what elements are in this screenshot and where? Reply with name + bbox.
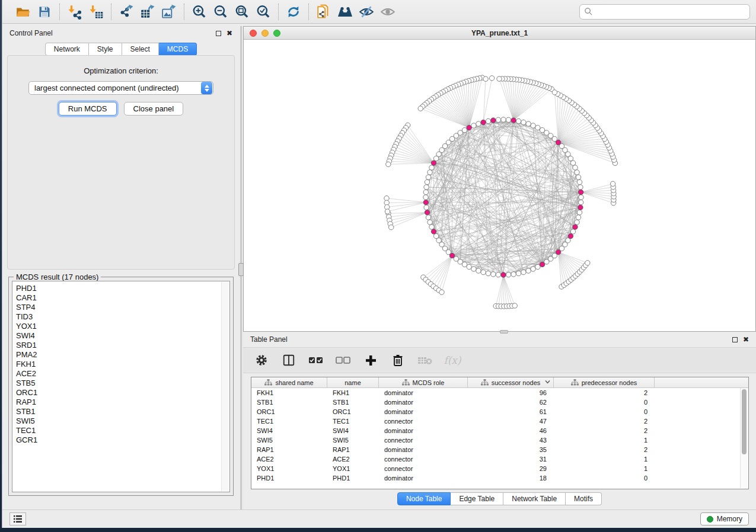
mcds-result-item[interactable]: STB1: [16, 407, 229, 416]
table-cell[interactable]: SWI5: [327, 435, 379, 445]
zoom-selected-button[interactable]: [254, 3, 272, 21]
table-cell[interactable]: 2: [554, 388, 655, 398]
mcds-list-scrollbar[interactable]: [221, 282, 229, 491]
deselect-all-button[interactable]: [336, 352, 351, 368]
table-scrollbar[interactable]: [740, 388, 748, 488]
mcds-result-item[interactable]: SRD1: [16, 341, 229, 350]
table-cell[interactable]: ORC1: [251, 407, 327, 416]
table-row-SWI4[interactable]: SWI4SWI4dominator462: [251, 426, 748, 435]
table-row-SWI5[interactable]: SWI5SWI5connector431: [251, 435, 748, 445]
open-file-button[interactable]: [14, 3, 32, 21]
zoom-in-button[interactable]: [190, 3, 208, 21]
mcds-result-item[interactable]: SWI4: [16, 331, 229, 341]
share-document-button[interactable]: [315, 3, 333, 21]
mcds-result-item[interactable]: ORC1: [16, 388, 229, 398]
table-row-RAP1[interactable]: RAP1RAP1dominator352: [251, 445, 748, 454]
mcds-result-item[interactable]: FKH1: [16, 360, 229, 369]
mcds-result-item[interactable]: TID3: [16, 312, 229, 322]
table-cell[interactable]: SWI4: [251, 426, 327, 435]
mcds-result-item[interactable]: TEC1: [16, 426, 229, 435]
tab-select[interactable]: Select: [122, 43, 159, 56]
table-cell[interactable]: YOX1: [251, 464, 327, 473]
table-row-YOX1[interactable]: YOX1YOX1connector291: [251, 464, 748, 473]
table-cell[interactable]: 2: [554, 416, 655, 426]
function-builder-button[interactable]: f(x): [445, 352, 460, 368]
mcds-result-item[interactable]: SWI5: [16, 416, 229, 426]
memory-button[interactable]: Memory: [700, 512, 749, 525]
table-cell[interactable]: ORC1: [327, 407, 379, 416]
table-cell[interactable]: SWI4: [327, 426, 379, 435]
tab-node-table[interactable]: Node Table: [397, 492, 451, 505]
zoom-fit-button[interactable]: [233, 3, 251, 21]
table-cell[interactable]: TEC1: [327, 416, 379, 426]
table-cell[interactable]: 0: [554, 473, 655, 483]
float-panel-icon[interactable]: [216, 31, 221, 36]
table-cell[interactable]: 18: [468, 473, 554, 483]
table-cell[interactable]: RAP1: [251, 445, 327, 454]
table-cell[interactable]: dominator: [379, 445, 468, 454]
table-cell[interactable]: 0: [554, 407, 655, 416]
mcds-result-item[interactable]: ACE2: [16, 369, 229, 379]
save-session-button[interactable]: [36, 3, 53, 21]
table-cell[interactable]: dominator: [379, 473, 468, 483]
table-row-FKH1[interactable]: FKH1FKH1dominator962: [251, 388, 748, 398]
criterion-select[interactable]: largest connected component (undirected): [28, 81, 213, 95]
table-cell[interactable]: TEC1: [251, 416, 327, 426]
tab-network[interactable]: Network: [45, 43, 89, 56]
column-header-predecessor-nodes[interactable]: predecessor nodes: [554, 377, 655, 387]
table-cell[interactable]: 35: [468, 445, 554, 454]
table-row-ORC1[interactable]: ORC1ORC1dominator610: [251, 407, 748, 416]
float-table-panel-icon[interactable]: [732, 337, 738, 342]
search-field[interactable]: [579, 4, 750, 20]
delete-table-button[interactable]: [417, 352, 433, 368]
mcds-result-item[interactable]: STP4: [16, 303, 229, 312]
mcds-result-item[interactable]: GCR1: [16, 435, 229, 445]
mcds-result-item[interactable]: RAP1: [16, 398, 229, 407]
table-settings-button[interactable]: [254, 352, 269, 368]
column-header-MCDS-role[interactable]: MCDS role: [379, 377, 468, 387]
table-row-PHD1[interactable]: PHD1PHD1dominator180: [251, 473, 748, 483]
table-row-ACE2[interactable]: ACE2ACE2connector311: [251, 454, 748, 464]
network-canvas[interactable]: [244, 40, 755, 331]
export-network-button[interactable]: [117, 3, 135, 21]
node-table[interactable]: shared namenameMCDS rolesuccessor nodesp…: [251, 377, 749, 489]
table-cell[interactable]: dominator: [379, 398, 468, 407]
table-cell[interactable]: 29: [468, 464, 554, 473]
export-image-button[interactable]: [160, 3, 178, 21]
table-cell[interactable]: PHD1: [251, 473, 327, 483]
table-cell[interactable]: RAP1: [327, 445, 379, 454]
table-cell[interactable]: STB1: [251, 398, 327, 407]
import-table-button[interactable]: [87, 3, 105, 21]
column-header-successor-nodes[interactable]: successor nodes: [468, 377, 554, 387]
refresh-button[interactable]: [285, 3, 302, 21]
table-cell[interactable]: 62: [468, 398, 554, 407]
table-cell[interactable]: 47: [468, 416, 554, 426]
mcds-result-item[interactable]: STB5: [16, 379, 229, 388]
search-network-button[interactable]: [336, 3, 354, 21]
table-cell[interactable]: dominator: [379, 407, 468, 416]
table-cell[interactable]: 1: [554, 454, 655, 464]
network-window-titlebar[interactable]: YPA_prune.txt_1: [244, 27, 755, 40]
task-history-button[interactable]: [9, 512, 26, 525]
add-row-button[interactable]: [363, 352, 378, 368]
show-all-button[interactable]: [379, 3, 397, 21]
column-header-shared-name[interactable]: shared name: [251, 377, 327, 387]
table-cell[interactable]: 96: [468, 388, 554, 398]
tab-style[interactable]: Style: [89, 43, 122, 56]
close-panel-button[interactable]: Close panel: [124, 102, 184, 116]
show-column-button[interactable]: [281, 352, 296, 368]
table-cell[interactable]: FKH1: [251, 388, 327, 398]
run-mcds-button[interactable]: Run MCDS: [59, 102, 117, 116]
table-cell[interactable]: connector: [379, 454, 468, 464]
table-row-STB1[interactable]: STB1STB1dominator620: [251, 398, 748, 407]
export-table-button[interactable]: [139, 3, 157, 21]
tab-mcds[interactable]: MCDS: [159, 43, 197, 56]
mcds-result-item[interactable]: PHD1: [16, 284, 229, 293]
zoom-out-button[interactable]: [212, 3, 229, 21]
table-cell[interactable]: 31: [468, 454, 554, 464]
table-cell[interactable]: connector: [379, 435, 468, 445]
table-cell[interactable]: connector: [379, 416, 468, 426]
tab-motifs[interactable]: Motifs: [566, 492, 602, 505]
table-cell[interactable]: 1: [554, 464, 655, 473]
splitter-grip[interactable]: [238, 263, 244, 276]
